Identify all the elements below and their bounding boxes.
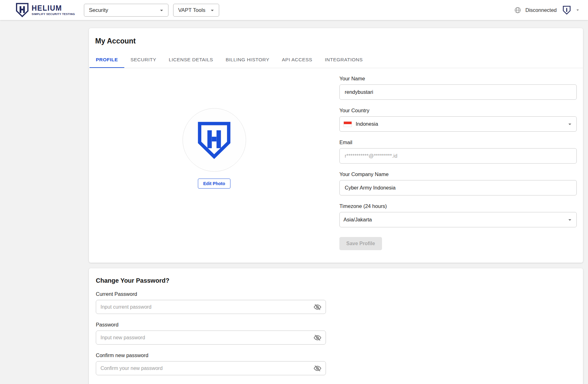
dropdown-caret-icon [566,216,573,223]
account-tabs: PROFILE SECURITY LICENSE DETAILS BILLING… [89,52,583,68]
chevron-down-icon[interactable] [575,7,580,13]
toggle-confirm-password-visibility[interactable] [313,364,322,373]
avatar-shield-icon [197,121,231,159]
toggle-new-password-visibility[interactable] [313,333,322,342]
country-select[interactable]: Indonesia [339,116,577,132]
change-password-title: Change Your Password? [96,277,576,284]
current-password-label: Current Password [96,291,326,297]
eye-off-icon [313,303,322,311]
brand-tagline: SIMPLIFY SECURITY TESTING [32,13,75,16]
change-password-card: Change Your Password? Current Password P… [89,268,583,384]
company-label: Your Company Name [339,171,577,177]
email-field-group: Email [339,139,577,164]
brand-logo: HELIUM SIMPLIFY SECURITY TESTING [16,3,75,18]
confirm-password-input[interactable] [96,361,326,375]
confirm-password-group: Confirm new password [96,352,326,375]
company-field-group: Your Company Name [339,171,577,195]
timezone-field-group: Timezone (24 hours) Asia/Jakarta [339,203,577,227]
timezone-select[interactable]: Asia/Jakarta [339,212,577,227]
module-select-value: Security [89,7,108,13]
header-right-cluster: Disconnected [514,0,580,20]
tab-profile[interactable]: PROFILE [90,52,124,68]
country-select-value: Indonesia [356,121,566,127]
company-input[interactable] [339,180,577,195]
confirm-password-label: Confirm new password [96,352,326,358]
timezone-select-value: Asia/Jakarta [343,217,566,223]
vapt-tools-button[interactable]: VAPT Tools [173,4,219,17]
profile-form: Your Name Your Country Indonesia Email [339,68,577,250]
email-field[interactable] [339,148,577,164]
edit-photo-button[interactable]: Edit Photo [198,179,230,189]
new-password-label: Password [96,322,326,328]
globe-icon [514,7,521,14]
helium-shield-logo-icon [16,3,29,18]
eye-off-icon [313,334,322,342]
name-input[interactable] [339,84,577,100]
tab-integrations[interactable]: INTEGRATIONS [318,52,369,68]
country-field-group: Your Country Indonesia [339,108,577,132]
dropdown-caret-icon [209,7,216,14]
tab-security[interactable]: SECURITY [124,52,162,68]
save-profile-button[interactable]: Save Profile [339,237,382,250]
page-title: My Account [89,28,583,52]
current-password-input[interactable] [96,300,326,314]
brand-text: HELIUM SIMPLIFY SECURITY TESTING [32,5,75,16]
new-password-group: Password [96,322,326,345]
toggle-current-password-visibility[interactable] [313,302,322,312]
vapt-tools-label: VAPT Tools [178,7,205,13]
name-label: Your Name [339,76,577,82]
new-password-input[interactable] [96,331,326,345]
eye-off-icon [313,364,322,372]
profile-tab-panel: Edit Photo Your Name Your Country Indone… [89,68,583,263]
avatar [183,108,246,172]
shield-icon[interactable] [563,6,571,15]
country-label: Your Country [339,108,577,114]
timezone-label: Timezone (24 hours) [339,203,577,209]
tab-billing-history[interactable]: BILLING HISTORY [219,52,276,68]
dropdown-caret-icon [158,7,165,14]
current-password-group: Current Password [96,291,326,314]
connection-status: Disconnected [525,7,557,13]
top-bar: HELIUM SIMPLIFY SECURITY TESTING Securit… [0,0,588,20]
module-select[interactable]: Security [84,4,168,17]
my-account-card: My Account PROFILE SECURITY LICENSE DETA… [89,28,583,263]
tab-license-details[interactable]: LICENSE DETAILS [162,52,219,68]
main-content: My Account PROFILE SECURITY LICENSE DETA… [89,20,583,384]
tab-api-access[interactable]: API ACCESS [276,52,318,68]
name-field-group: Your Name [339,76,577,100]
dropdown-caret-icon [566,121,573,128]
avatar-pane: Edit Photo [89,68,339,250]
brand-name: HELIUM [32,5,75,12]
email-label: Email [339,139,577,145]
flag-indonesia-icon [343,121,352,127]
